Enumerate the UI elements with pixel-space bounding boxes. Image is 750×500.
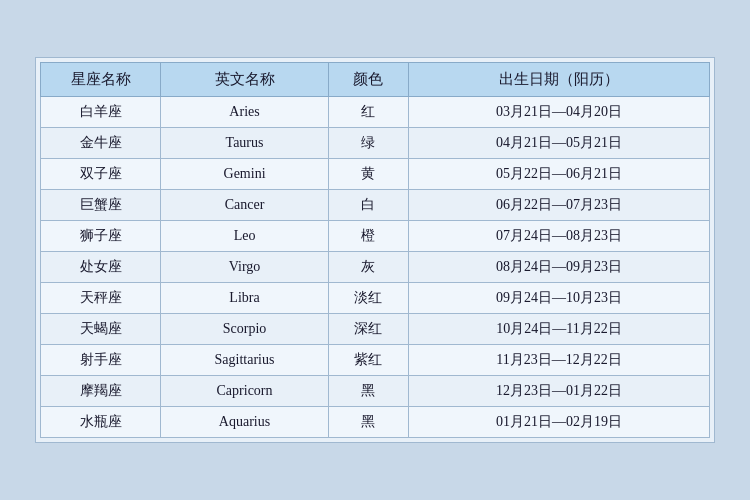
cell-color: 淡红 [328, 283, 408, 314]
cell-color: 黄 [328, 159, 408, 190]
table-row: 天蝎座Scorpio深红10月24日—11月22日 [41, 314, 710, 345]
table-row: 金牛座Taurus绿04月21日—05月21日 [41, 128, 710, 159]
header-en-name: 英文名称 [161, 63, 328, 97]
cell-en-name: Cancer [161, 190, 328, 221]
cell-color: 紫红 [328, 345, 408, 376]
table-row: 狮子座Leo橙07月24日—08月23日 [41, 221, 710, 252]
cell-zh-name: 处女座 [41, 252, 161, 283]
cell-date: 01月21日—02月19日 [408, 407, 709, 438]
cell-date: 06月22日—07月23日 [408, 190, 709, 221]
cell-zh-name: 摩羯座 [41, 376, 161, 407]
cell-zh-name: 射手座 [41, 345, 161, 376]
cell-zh-name: 狮子座 [41, 221, 161, 252]
cell-color: 灰 [328, 252, 408, 283]
cell-en-name: Virgo [161, 252, 328, 283]
cell-color: 橙 [328, 221, 408, 252]
cell-date: 12月23日—01月22日 [408, 376, 709, 407]
table-header-row: 星座名称 英文名称 颜色 出生日期（阳历） [41, 63, 710, 97]
header-date: 出生日期（阳历） [408, 63, 709, 97]
cell-date: 09月24日—10月23日 [408, 283, 709, 314]
cell-en-name: Aquarius [161, 407, 328, 438]
cell-date: 07月24日—08月23日 [408, 221, 709, 252]
cell-color: 绿 [328, 128, 408, 159]
cell-en-name: Leo [161, 221, 328, 252]
cell-zh-name: 金牛座 [41, 128, 161, 159]
cell-en-name: Gemini [161, 159, 328, 190]
cell-en-name: Libra [161, 283, 328, 314]
cell-en-name: Sagittarius [161, 345, 328, 376]
table-row: 巨蟹座Cancer白06月22日—07月23日 [41, 190, 710, 221]
cell-zh-name: 双子座 [41, 159, 161, 190]
cell-en-name: Aries [161, 97, 328, 128]
cell-color: 白 [328, 190, 408, 221]
cell-en-name: Capricorn [161, 376, 328, 407]
cell-color: 深红 [328, 314, 408, 345]
table-row: 双子座Gemini黄05月22日—06月21日 [41, 159, 710, 190]
table-row: 射手座Sagittarius紫红11月23日—12月22日 [41, 345, 710, 376]
cell-date: 05月22日—06月21日 [408, 159, 709, 190]
cell-zh-name: 水瓶座 [41, 407, 161, 438]
cell-color: 红 [328, 97, 408, 128]
zodiac-table-container: 星座名称 英文名称 颜色 出生日期（阳历） 白羊座Aries红03月21日—04… [35, 57, 715, 443]
zodiac-table: 星座名称 英文名称 颜色 出生日期（阳历） 白羊座Aries红03月21日—04… [40, 62, 710, 438]
cell-en-name: Taurus [161, 128, 328, 159]
cell-zh-name: 天蝎座 [41, 314, 161, 345]
cell-zh-name: 巨蟹座 [41, 190, 161, 221]
cell-date: 11月23日—12月22日 [408, 345, 709, 376]
cell-en-name: Scorpio [161, 314, 328, 345]
cell-date: 03月21日—04月20日 [408, 97, 709, 128]
cell-zh-name: 白羊座 [41, 97, 161, 128]
table-row: 摩羯座Capricorn黑12月23日—01月22日 [41, 376, 710, 407]
table-row: 天秤座Libra淡红09月24日—10月23日 [41, 283, 710, 314]
header-color: 颜色 [328, 63, 408, 97]
header-zh-name: 星座名称 [41, 63, 161, 97]
cell-date: 08月24日—09月23日 [408, 252, 709, 283]
table-row: 处女座Virgo灰08月24日—09月23日 [41, 252, 710, 283]
table-row: 白羊座Aries红03月21日—04月20日 [41, 97, 710, 128]
cell-color: 黑 [328, 407, 408, 438]
cell-color: 黑 [328, 376, 408, 407]
cell-date: 04月21日—05月21日 [408, 128, 709, 159]
cell-zh-name: 天秤座 [41, 283, 161, 314]
cell-date: 10月24日—11月22日 [408, 314, 709, 345]
table-row: 水瓶座Aquarius黑01月21日—02月19日 [41, 407, 710, 438]
